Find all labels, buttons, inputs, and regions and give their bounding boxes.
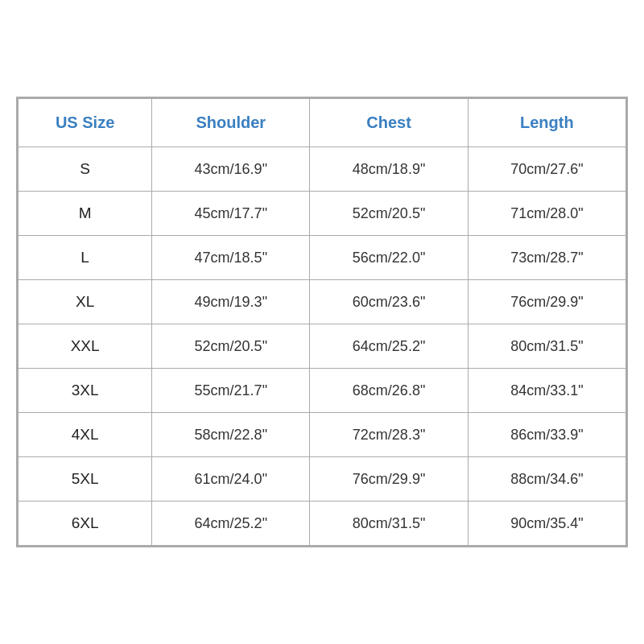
size-chart-container: US SizeShoulderChestLength S43cm/16.9"48… [16,97,628,547]
measurement-cell: 55cm/21.7" [152,369,310,413]
table-header-row: US SizeShoulderChestLength [19,99,626,147]
table-row: 5XL61cm/24.0"76cm/29.9"88cm/34.6" [19,457,626,502]
measurement-cell: 61cm/24.0" [152,457,310,502]
size-cell: 4XL [19,413,152,457]
size-cell: L [19,236,152,280]
measurement-cell: 64cm/25.2" [152,502,310,546]
table-row: S43cm/16.9"48cm/18.9"70cm/27.6" [19,147,626,192]
measurement-cell: 43cm/16.9" [152,147,310,192]
column-header-length: Length [468,99,625,147]
measurement-cell: 58cm/22.8" [152,413,310,457]
table-row: XL49cm/19.3"60cm/23.6"76cm/29.9" [19,280,626,324]
table-row: XXL52cm/20.5"64cm/25.2"80cm/31.5" [19,324,626,369]
table-row: 3XL55cm/21.7"68cm/26.8"84cm/33.1" [19,369,626,413]
measurement-cell: 71cm/28.0" [468,192,625,236]
size-cell: 6XL [19,502,152,546]
measurement-cell: 90cm/35.4" [468,502,625,546]
measurement-cell: 80cm/31.5" [468,324,625,369]
measurement-cell: 56cm/22.0" [310,236,468,280]
measurement-cell: 48cm/18.9" [310,147,468,192]
measurement-cell: 47cm/18.5" [152,236,310,280]
table-row: 6XL64cm/25.2"80cm/31.5"90cm/35.4" [19,502,626,546]
size-cell: XL [19,280,152,324]
size-cell: M [19,192,152,236]
measurement-cell: 52cm/20.5" [310,192,468,236]
measurement-cell: 64cm/25.2" [310,324,468,369]
measurement-cell: 80cm/31.5" [310,502,468,546]
size-cell: 3XL [19,369,152,413]
table-body: S43cm/16.9"48cm/18.9"70cm/27.6"M45cm/17.… [19,147,626,546]
measurement-cell: 73cm/28.7" [468,236,625,280]
measurement-cell: 76cm/29.9" [468,280,625,324]
table-row: L47cm/18.5"56cm/22.0"73cm/28.7" [19,236,626,280]
measurement-cell: 86cm/33.9" [468,413,625,457]
column-header-chest: Chest [310,99,468,147]
size-cell: S [19,147,152,192]
measurement-cell: 88cm/34.6" [468,457,625,502]
size-cell: 5XL [19,457,152,502]
measurement-cell: 60cm/23.6" [310,280,468,324]
column-header-shoulder: Shoulder [152,99,310,147]
size-chart-table: US SizeShoulderChestLength S43cm/16.9"48… [18,98,626,546]
measurement-cell: 68cm/26.8" [310,369,468,413]
column-header-us-size: US Size [19,99,152,147]
table-row: 4XL58cm/22.8"72cm/28.3"86cm/33.9" [19,413,626,457]
measurement-cell: 70cm/27.6" [468,147,625,192]
measurement-cell: 84cm/33.1" [468,369,625,413]
measurement-cell: 76cm/29.9" [310,457,468,502]
table-row: M45cm/17.7"52cm/20.5"71cm/28.0" [19,192,626,236]
measurement-cell: 45cm/17.7" [152,192,310,236]
measurement-cell: 52cm/20.5" [152,324,310,369]
measurement-cell: 72cm/28.3" [310,413,468,457]
size-cell: XXL [19,324,152,369]
measurement-cell: 49cm/19.3" [152,280,310,324]
